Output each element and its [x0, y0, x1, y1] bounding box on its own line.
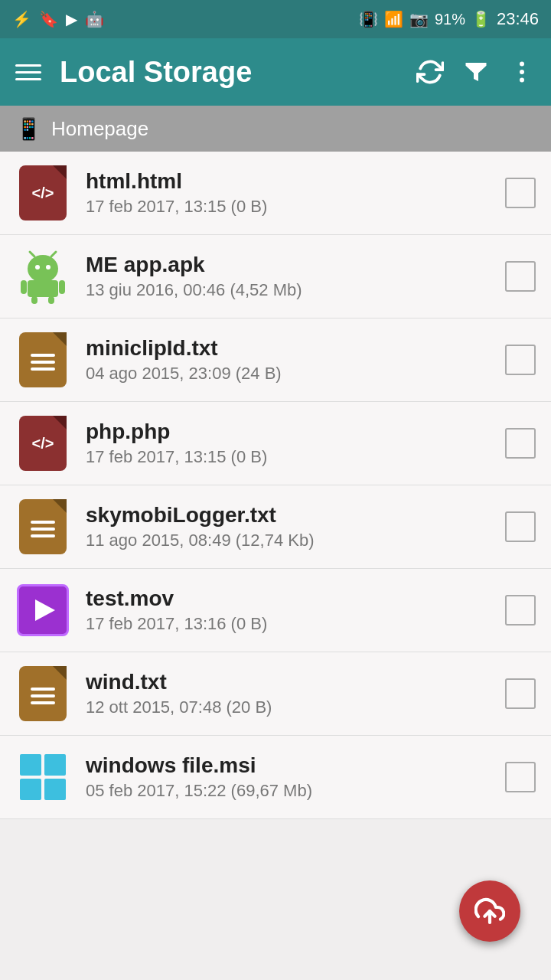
file-name: test.mov — [86, 586, 490, 611]
breadcrumb-text: Homepage — [51, 117, 148, 141]
file-meta: 12 ott 2015, 07:48 (20 B) — [86, 697, 490, 717]
file-info: html.html 17 feb 2017, 13:15 (0 B) — [86, 169, 490, 217]
svg-point-4 — [28, 255, 58, 283]
list-item[interactable]: ME app.apk 13 giu 2016, 00:46 (4,52 Mb) — [0, 235, 551, 318]
file-icon-msi — [15, 750, 70, 805]
list-item[interactable]: skymobiLogger.txt 11 ago 2015, 08:49 (12… — [0, 485, 551, 569]
file-info: windows file.msi 05 feb 2017, 15:22 (69,… — [86, 753, 490, 801]
file-meta: 04 ago 2015, 23:09 (24 B) — [86, 364, 490, 384]
file-meta: 17 feb 2017, 13:16 (0 B) — [86, 614, 490, 634]
list-item[interactable]: wind.txt 12 ott 2015, 07:48 (20 B) — [0, 652, 551, 736]
svg-line-6 — [51, 252, 56, 256]
sdcard-icon: 🔖 — [39, 10, 58, 28]
refresh-button[interactable] — [416, 58, 444, 86]
svg-point-1 — [520, 62, 524, 67]
win-pane-3 — [20, 779, 41, 800]
phone-icon: 📱 — [15, 116, 42, 142]
svg-rect-11 — [59, 280, 65, 294]
file-icon-apk — [15, 249, 70, 304]
file-checkbox[interactable] — [505, 428, 536, 459]
file-meta: 05 feb 2017, 15:22 (69,67 Mb) — [86, 781, 490, 801]
file-icon-txt3 — [15, 666, 70, 721]
file-icon-txt2 — [15, 499, 70, 554]
hamburger-line-2 — [15, 71, 41, 74]
file-checkbox[interactable] — [505, 762, 536, 792]
file-icon-php: </> — [15, 416, 70, 471]
play-icon: ▶ — [66, 10, 77, 28]
file-checkbox[interactable] — [505, 511, 536, 542]
svg-line-5 — [30, 252, 34, 256]
file-info: skymobiLogger.txt 11 ago 2015, 08:49 (12… — [86, 503, 490, 550]
svg-rect-12 — [31, 296, 37, 304]
usb-icon: ⚡ — [12, 10, 31, 28]
list-item[interactable]: </> php.php 17 feb 2017, 13:15 (0 B) — [0, 402, 551, 485]
file-icon-mov — [15, 583, 70, 638]
file-name: miniclipId.txt — [86, 336, 490, 361]
svg-rect-9 — [28, 280, 58, 297]
win-pane-1 — [20, 754, 41, 776]
vibrate-icon: 📳 — [359, 10, 378, 28]
filter-button[interactable] — [462, 58, 490, 86]
list-item[interactable]: miniclipId.txt 04 ago 2015, 23:09 (24 B) — [0, 318, 551, 402]
toolbar-title: Local Storage — [60, 56, 398, 89]
file-name: skymobiLogger.txt — [86, 503, 490, 528]
file-info: ME app.apk 13 giu 2016, 00:46 (4,52 Mb) — [86, 253, 490, 300]
wifi-icon: 📶 — [384, 10, 403, 28]
android-svg — [19, 249, 67, 304]
camera-off-icon: 📷 — [409, 10, 429, 28]
svg-point-3 — [520, 78, 524, 83]
svg-point-7 — [35, 265, 40, 270]
status-bar: ⚡ 🔖 ▶ 🤖 📳 📶 📷 91% 🔋 23:46 — [0, 0, 551, 38]
windows-logo — [20, 754, 66, 800]
file-name: ME app.apk — [86, 253, 490, 277]
list-item[interactable]: test.mov 17 feb 2017, 13:16 (0 B) — [0, 569, 551, 652]
svg-rect-13 — [48, 296, 54, 304]
breadcrumb: 📱 Homepage — [0, 106, 551, 152]
list-item[interactable]: windows file.msi 05 feb 2017, 15:22 (69,… — [0, 736, 551, 819]
file-info: php.php 17 feb 2017, 13:15 (0 B) — [86, 420, 490, 467]
hamburger-line-1 — [15, 64, 41, 67]
file-meta: 17 feb 2017, 13:15 (0 B) — [86, 197, 490, 217]
file-checkbox[interactable] — [505, 678, 536, 709]
file-info: miniclipId.txt 04 ago 2015, 23:09 (24 B) — [86, 336, 490, 384]
status-right-icons: 📳 📶 📷 91% 🔋 23:46 — [359, 9, 539, 29]
hamburger-line-3 — [15, 78, 41, 80]
upload-icon — [474, 896, 505, 926]
status-left-icons: ⚡ 🔖 ▶ 🤖 — [12, 10, 104, 28]
play-triangle — [35, 599, 55, 621]
file-list: </> html.html 17 feb 2017, 13:15 (0 B) — [0, 152, 551, 819]
svg-rect-10 — [21, 280, 27, 294]
charging-icon: 🔋 — [471, 10, 491, 28]
file-checkbox[interactable] — [505, 178, 536, 208]
android-icon: 🤖 — [85, 10, 104, 28]
file-checkbox[interactable] — [505, 595, 536, 626]
svg-point-8 — [46, 265, 51, 270]
file-name: php.php — [86, 420, 490, 444]
file-name: wind.txt — [86, 670, 490, 694]
file-name: html.html — [86, 169, 490, 194]
file-meta: 17 feb 2017, 13:15 (0 B) — [86, 447, 490, 467]
list-item[interactable]: </> html.html 17 feb 2017, 13:15 (0 B) — [0, 152, 551, 235]
file-meta: 13 giu 2016, 00:46 (4,52 Mb) — [86, 280, 490, 300]
file-checkbox[interactable] — [505, 345, 536, 375]
file-icon-txt — [15, 332, 70, 387]
win-pane-4 — [44, 779, 66, 800]
status-time: 23:46 — [497, 9, 539, 29]
file-checkbox[interactable] — [505, 261, 536, 292]
toolbar: Local Storage — [0, 38, 551, 106]
upload-fab[interactable] — [459, 880, 520, 942]
file-info: test.mov 17 feb 2017, 13:16 (0 B) — [86, 586, 490, 634]
svg-point-2 — [520, 70, 524, 74]
battery-text: 91% — [435, 11, 465, 28]
file-name: windows file.msi — [86, 753, 490, 778]
file-info: wind.txt 12 ott 2015, 07:48 (20 B) — [86, 670, 490, 717]
file-meta: 11 ago 2015, 08:49 (12,74 Kb) — [86, 531, 490, 550]
hamburger-menu-button[interactable] — [15, 64, 41, 80]
more-options-button[interactable] — [508, 58, 536, 86]
win-pane-2 — [44, 754, 66, 776]
file-icon-html: </> — [15, 165, 70, 220]
